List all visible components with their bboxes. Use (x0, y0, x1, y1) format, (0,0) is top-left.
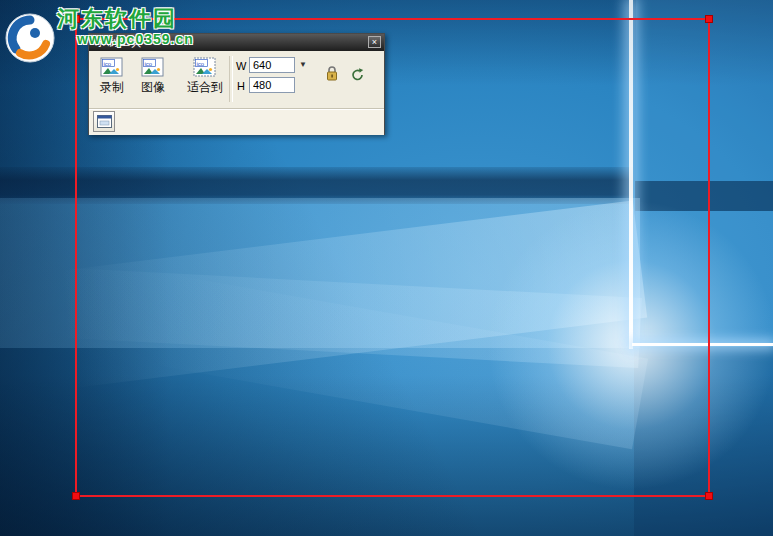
window-title: 录制工具 (89, 34, 143, 51)
toolbar-body: ico 录制 ico (89, 51, 384, 108)
svg-text:ico: ico (197, 61, 205, 67)
record-button-label: 录制 (91, 79, 133, 96)
toolbar-separator (229, 56, 233, 102)
record-ico-icon: ico (100, 56, 124, 78)
capture-window-icon (97, 115, 112, 128)
titlebar[interactable]: 录制工具 × (89, 34, 384, 51)
image-button-label: 图像 (132, 79, 174, 96)
width-input[interactable] (249, 57, 295, 73)
height-label: H (237, 80, 245, 92)
image-button[interactable]: ico 图像 (132, 56, 174, 96)
svg-text:ico: ico (104, 61, 112, 67)
width-label: W (236, 60, 246, 72)
fit-to-ico-icon: ico (193, 56, 217, 78)
selection-handle-top-left[interactable] (72, 15, 80, 23)
fit-to-button[interactable]: ico 适合到 (182, 56, 228, 96)
recorder-toolbar-window: 录制工具 × ico 录制 (88, 33, 385, 135)
height-input[interactable] (249, 77, 295, 93)
close-button[interactable]: × (368, 36, 381, 48)
chevron-down-icon[interactable]: ▼ (299, 60, 307, 69)
selection-handle-bottom-right[interactable] (705, 492, 713, 500)
record-button[interactable]: ico 录制 (91, 56, 133, 96)
reset-arrow-icon[interactable] (350, 67, 365, 82)
selection-handle-bottom-left[interactable] (72, 492, 80, 500)
svg-text:ico: ico (145, 61, 153, 67)
capture-mode-button[interactable] (93, 111, 115, 132)
toolbar-bottom-strip (89, 108, 384, 135)
fit-to-button-label: 适合到 (182, 79, 228, 96)
desktop: 录制工具 × ico 录制 (0, 0, 773, 536)
selection-handle-top-right[interactable] (705, 15, 713, 23)
image-ico-icon: ico (141, 56, 165, 78)
lock-icon[interactable] (325, 65, 339, 82)
